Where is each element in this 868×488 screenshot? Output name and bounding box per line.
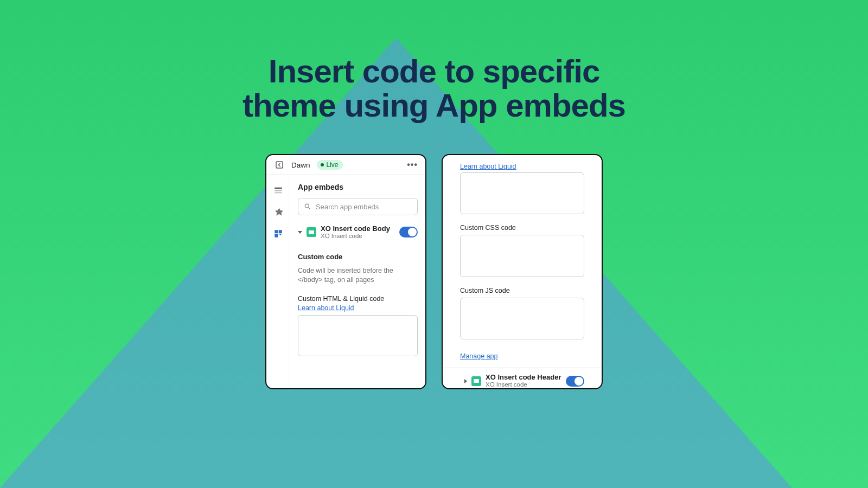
embed-title: XO Insert code Body (321, 225, 390, 233)
theme-settings-icon[interactable] (273, 207, 284, 217)
embed-panel-card: Dawn Live ••• App embeds (265, 154, 426, 389)
app-chip-icon (307, 227, 316, 237)
headline-line-2: theme using App embeds (242, 87, 626, 124)
embed-row-body[interactable]: XO Insert code Body XO Insert code (298, 223, 418, 242)
caret-down-icon (298, 231, 302, 234)
app-chip-icon (471, 376, 481, 386)
svg-rect-2 (275, 188, 282, 189)
embed-settings-card: Learn about Liquid Custom CSS code Custo… (442, 154, 603, 389)
js-textarea[interactable] (460, 298, 584, 339)
learn-liquid-link-2[interactable]: Learn about Liquid (460, 163, 584, 170)
embed-toggle[interactable] (566, 376, 584, 387)
embed-subtitle: XO Insert code (486, 381, 561, 388)
side-rail (266, 175, 290, 388)
js-label: Custom JS code (460, 287, 584, 294)
manage-app-link[interactable]: Manage app (460, 352, 584, 360)
theme-name: Dawn (291, 161, 310, 169)
custom-code-help: Code will be inserted before the </body>… (298, 266, 418, 285)
editor-top-bar: Dawn Live ••• (266, 155, 425, 175)
headline-line-1: Insert code to specific (269, 53, 600, 89)
css-label: Custom CSS code (460, 224, 584, 232)
svg-rect-5 (275, 230, 278, 233)
svg-rect-6 (278, 230, 282, 233)
app-embeds-panel: App embeds XO Insert code Body XO Insert… (290, 175, 425, 388)
embed-row-header[interactable]: XO Insert code Header XO Insert code (460, 368, 584, 388)
svg-rect-7 (275, 234, 278, 237)
sections-icon[interactable] (273, 185, 284, 196)
embed-subtitle: XO Insert code (321, 233, 390, 240)
svg-rect-4 (275, 192, 282, 194)
css-textarea[interactable] (460, 235, 584, 277)
embed-toggle[interactable] (399, 227, 418, 237)
panel-title: App embeds (298, 183, 418, 191)
html-liquid-label: Custom HTML & Liquid code (298, 295, 418, 303)
live-badge: Live (317, 160, 343, 170)
exit-icon[interactable] (274, 159, 285, 170)
svg-rect-3 (275, 190, 282, 191)
headline: Insert code to specific theme using App … (0, 0, 868, 123)
html-liquid-textarea[interactable] (298, 315, 418, 356)
search-input[interactable] (298, 198, 418, 215)
svg-rect-1 (276, 162, 283, 168)
liquid-textarea[interactable] (460, 172, 584, 214)
svg-point-8 (305, 204, 309, 208)
caret-right-icon (464, 379, 467, 383)
search-field[interactable] (316, 203, 412, 211)
embed-title: XO Insert code Header (486, 374, 561, 381)
learn-liquid-link[interactable]: Learn about Liquid (298, 304, 354, 312)
overflow-menu-icon[interactable]: ••• (407, 160, 418, 170)
app-embeds-icon[interactable] (273, 228, 284, 239)
custom-code-heading: Custom code (298, 253, 418, 261)
search-icon (304, 203, 311, 210)
